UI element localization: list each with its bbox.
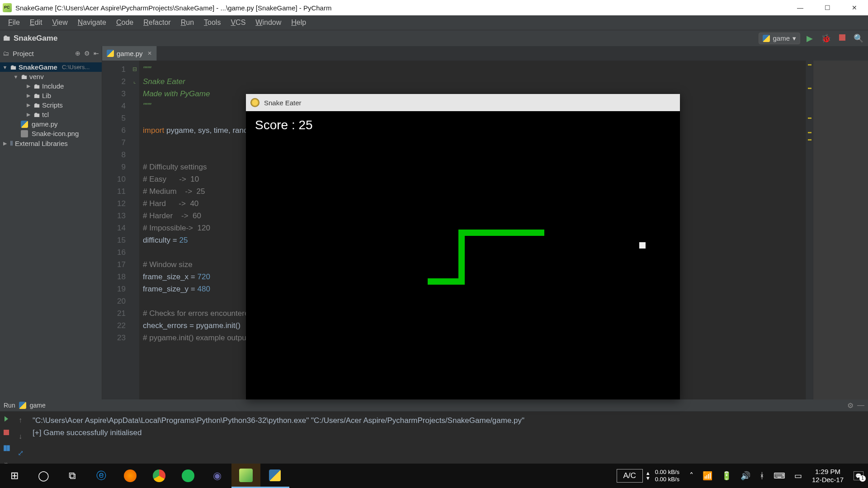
project-tool-label: Project <box>13 50 71 57</box>
clock[interactable]: 1:29 PM 12-Dec-17 <box>807 468 849 484</box>
menu-vcs[interactable]: VCS <box>226 18 250 28</box>
warning-mark[interactable] <box>808 117 811 119</box>
menu-tools[interactable]: Tools <box>199 18 225 28</box>
tree-snakeicon[interactable]: Snake-icon.png <box>0 129 102 138</box>
steam-button[interactable]: ◉ <box>203 464 231 488</box>
pygame-canvas[interactable]: Score : 25 <box>246 111 680 399</box>
debug-button[interactable]: 🐞 <box>819 33 833 44</box>
tree-tcl[interactable]: ▶ 🖿 tcl <box>0 110 102 119</box>
chrome-button[interactable] <box>145 464 174 488</box>
stop-button[interactable] <box>837 33 847 44</box>
error-stripe[interactable] <box>806 61 813 399</box>
navbar: 🖿 SnakeGame game ▾ ▶ 🐞 🔍 <box>0 30 868 46</box>
pygame-icon <box>250 98 259 107</box>
folder-icon: 🖿 <box>33 82 40 90</box>
python-icon <box>19 402 26 409</box>
toolrow: 🗂 Project ⊕ ⚙ ⇤ game.py ✕ <box>0 46 868 61</box>
minimize-button[interactable]: — <box>787 0 814 15</box>
python-taskbar-button[interactable] <box>260 464 289 488</box>
menu-edit[interactable]: Edit <box>25 18 47 28</box>
wifi-icon[interactable]: 📶 <box>703 471 712 481</box>
net-stats[interactable]: 0.00 kB/s 0.00 kB/s <box>655 469 679 483</box>
expand-icon[interactable]: ▶ <box>25 83 32 89</box>
run-button[interactable]: ▶ <box>805 33 815 44</box>
battery-icon[interactable]: 🔋 <box>722 471 731 481</box>
menu-view[interactable]: View <box>47 18 72 28</box>
volume-icon[interactable]: 🔊 <box>741 471 750 481</box>
warning-mark[interactable] <box>808 132 811 133</box>
settings-icon[interactable]: ⚙ <box>847 401 854 410</box>
menu-window[interactable]: Window <box>251 18 286 28</box>
keyboard-icon[interactable]: ⌨ <box>774 471 785 481</box>
windows-taskbar: ⊞ ◯ ⧉ ⓔ ◉ A/C ▲▼ 0.00 kB/s 0.00 kB/s ˄ 📶… <box>0 464 868 488</box>
pygame-titlebar[interactable]: Snake Eater <box>246 94 680 111</box>
menu-code[interactable]: Code <box>112 18 138 28</box>
close-tab-icon[interactable]: ✕ <box>147 50 152 56</box>
breadcrumb-root[interactable]: SnakeGame <box>14 34 57 43</box>
stop-icon <box>839 34 845 41</box>
expand-icon[interactable]: ▶ <box>25 112 32 117</box>
cortana-button[interactable]: ◯ <box>29 464 58 488</box>
pycharm-icon <box>3 3 12 12</box>
tree-external-label: External Libraries <box>15 140 68 147</box>
stop-process-button[interactable] <box>4 430 9 435</box>
expand-icon[interactable]: ▼ <box>13 74 19 80</box>
tree-lib[interactable]: ▶ 🖿 Lib <box>0 91 102 100</box>
project-tool-header[interactable]: 🗂 Project ⊕ ⚙ ⇤ <box>0 46 102 61</box>
start-button[interactable]: ⊞ <box>0 464 29 488</box>
close-button[interactable]: ✕ <box>841 0 868 15</box>
chevron-down-icon: ▾ <box>793 34 796 42</box>
project-sidebar[interactable]: ▼ 🖿 SnakeGame C:\Users... ▼ 🖿 venv ▶ 🖿 I… <box>0 61 102 399</box>
system-tray[interactable]: ˄ 📶 🔋 🔊 ᚼ ⌨ ▭ <box>685 471 807 481</box>
maximize-button[interactable]: ☐ <box>814 0 841 15</box>
fold-gutter: ⊟⌞ <box>130 61 139 399</box>
toggle-softwrap-button[interactable]: ⤢ <box>18 449 24 457</box>
hide-icon[interactable]: — <box>857 401 864 410</box>
gear-icon[interactable]: ⚙ <box>84 50 90 57</box>
collapse-icon[interactable]: ⊕ <box>75 50 80 57</box>
run-config-selector[interactable]: game ▾ <box>759 33 800 44</box>
tree-gamepy[interactable]: game.py <box>0 119 102 129</box>
expand-icon[interactable]: ▼ <box>2 65 8 70</box>
up-icon[interactable]: ↑ <box>19 416 22 424</box>
tree-include[interactable]: ▶ 🖿 Include <box>0 81 102 91</box>
menu-run[interactable]: Run <box>176 18 198 28</box>
pause-button[interactable]: ▮▮ <box>3 443 9 452</box>
tray-chevron-icon[interactable]: ˄ <box>689 471 693 481</box>
expand-icon[interactable]: ▶ <box>25 93 32 99</box>
tree-venv[interactable]: ▼ 🖿 venv <box>0 72 102 81</box>
input-icon[interactable]: ▭ <box>794 471 802 481</box>
pygame-window[interactable]: Snake Eater Score : 25 <box>246 94 680 399</box>
tree-external[interactable]: ▶ ⫴ External Libraries <box>0 138 102 148</box>
tree-root[interactable]: ▼ 🖿 SnakeGame C:\Users... <box>0 62 102 72</box>
rerun-button[interactable] <box>5 416 8 422</box>
bluetooth-icon[interactable]: ᚼ <box>760 471 764 481</box>
menu-file[interactable]: File <box>4 18 24 28</box>
warning-mark[interactable] <box>808 139 811 141</box>
spotify-button[interactable] <box>174 464 203 488</box>
search-button[interactable]: 🔍 <box>852 33 865 44</box>
expand-icon[interactable]: ▶ <box>2 141 8 146</box>
menu-help[interactable]: Help <box>287 18 311 28</box>
menu-navigate[interactable]: Navigate <box>73 18 111 28</box>
pycharm-icon <box>239 469 253 482</box>
ac-indicator[interactable]: A/C <box>617 469 643 483</box>
notifications-button[interactable]: 💬 <box>854 471 863 480</box>
folder-icon: 🖿 <box>33 101 40 109</box>
warning-mark[interactable] <box>808 88 811 89</box>
edge-button[interactable]: ⓔ <box>87 464 116 488</box>
run-tool-header[interactable]: Run game ⚙ — <box>0 399 868 411</box>
tab-gamepy[interactable]: game.py ✕ <box>102 46 157 61</box>
menu-refactor[interactable]: Refactor <box>139 18 175 28</box>
tree-root-path: C:\Users... <box>62 64 90 70</box>
down-icon[interactable]: ↓ <box>19 432 22 441</box>
speed-arrows: ▲▼ <box>646 471 651 481</box>
hide-icon[interactable]: ⇤ <box>94 50 99 57</box>
expand-icon[interactable]: ▶ <box>25 102 32 108</box>
firefox-button[interactable] <box>116 464 145 488</box>
task-view-button[interactable]: ⧉ <box>58 464 87 488</box>
pycharm-taskbar-button[interactable] <box>231 464 260 488</box>
tree-tcl-label: tcl <box>42 111 49 118</box>
warning-mark[interactable] <box>808 64 811 66</box>
tree-scripts[interactable]: ▶ 🖿 Scripts <box>0 100 102 110</box>
